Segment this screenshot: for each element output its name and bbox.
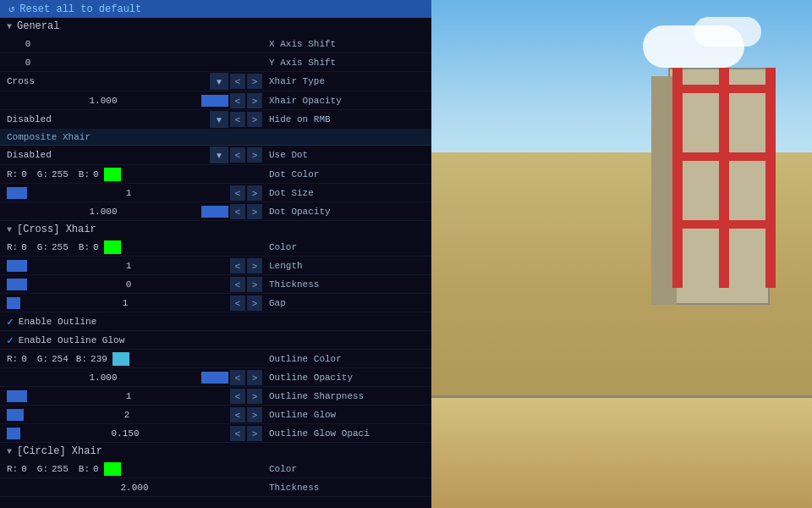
- dot-size-row: 1 < > Dot Size: [0, 184, 431, 202]
- outline-sharpness-label: Outline Sharpness: [262, 391, 431, 401]
- cross-xhair-header[interactable]: ▼ [Cross] Xhair: [0, 221, 431, 238]
- xhair-opacity-dec[interactable]: <: [230, 93, 245, 108]
- cross-g-val: 255: [52, 242, 69, 252]
- dot-g-label: G:: [37, 169, 48, 179]
- outline-sharpness-inc[interactable]: >: [247, 389, 262, 404]
- dot-color-label: Dot Color: [262, 169, 431, 179]
- dot-color-swatch[interactable]: [104, 168, 121, 181]
- dot-opacity-label: Dot Opacity: [262, 207, 431, 217]
- length-value: 1: [29, 261, 228, 271]
- circle-xhair-header[interactable]: ▼ [Circle] Xhair: [0, 443, 431, 460]
- dot-r-val: 0: [21, 169, 27, 179]
- thickness-dec[interactable]: <: [230, 277, 245, 292]
- outline-glow-opaci-inc[interactable]: >: [247, 426, 262, 441]
- outline-opacity-left: 1.000 < >: [0, 370, 262, 385]
- circle-color-swatch[interactable]: [104, 462, 121, 476]
- outline-glow-inc[interactable]: >: [247, 407, 262, 422]
- cross-color-left: R: 0 G: 255 B: 0: [0, 240, 262, 254]
- y-axis-shift-label: Y Axis Shift: [262, 58, 431, 68]
- outline-glow-bar: [7, 409, 24, 421]
- cross-color-swatch[interactable]: [104, 240, 121, 254]
- reset-label: Reset all to default: [19, 3, 141, 15]
- cross-color-label: Color: [262, 242, 431, 252]
- hide-on-rmb-inc[interactable]: >: [247, 112, 262, 127]
- outline-color-label: Outline Color: [262, 354, 431, 364]
- pillar2: [719, 68, 729, 288]
- xhair-type-dec[interactable]: <: [230, 74, 245, 89]
- cross-color-row: R: 0 G: 255 B: 0 Color: [0, 238, 431, 257]
- length-dec[interactable]: <: [230, 258, 245, 273]
- oc-g-label: G:: [37, 354, 48, 364]
- xhair-opacity-row: 1.000 < > Xhair Opacity: [0, 91, 431, 110]
- outline-sharpness-dec[interactable]: <: [230, 389, 245, 404]
- pillar1: [672, 68, 683, 288]
- thickness-inc[interactable]: >: [247, 277, 262, 292]
- use-dot-dec[interactable]: <: [230, 147, 245, 163]
- xhair-opacity-bar: [201, 95, 228, 107]
- hide-on-rmb-dropdown[interactable]: ▼: [210, 111, 228, 128]
- xhair-type-dropdown[interactable]: ▼: [210, 73, 228, 90]
- circle-xhair-label: [Circle] Xhair: [17, 445, 102, 457]
- gap-bar: [7, 297, 20, 309]
- xhair-type-label: Xhair Type: [262, 76, 431, 86]
- xhair-type-inc[interactable]: >: [247, 74, 262, 89]
- use-dot-label: Use Dot: [262, 150, 431, 160]
- gap-inc[interactable]: >: [247, 295, 262, 311]
- outline-glow-opaci-row: 0.150 < > Outline Glow Opaci: [0, 424, 431, 443]
- dot-opacity-bar: [201, 206, 228, 218]
- oc-g-val: 254: [52, 354, 69, 364]
- dot-opacity-row: 1.000 < > Dot Opacity: [0, 202, 431, 221]
- enable-outline-glow-row[interactable]: ✓ Enable Outline Glow: [0, 331, 431, 350]
- enable-outline-row[interactable]: ✓ Enable Outline: [0, 312, 431, 331]
- use-dot-dropdown[interactable]: ▼: [210, 146, 228, 163]
- use-dot-value: Disabled: [7, 150, 208, 160]
- circle-thickness-label: Thickness: [262, 483, 431, 493]
- dot-opacity-dec[interactable]: <: [230, 204, 245, 219]
- outline-glow-opaci-label: Outline Glow Opaci: [262, 428, 431, 439]
- outline-color-rgb: R: 0 G: 254 B: 239: [7, 354, 107, 364]
- cc-b-val: 0: [93, 464, 99, 474]
- y-axis-shift-row: 0 Y Axis Shift: [0, 53, 431, 72]
- circle-collapse-arrow: ▼: [7, 447, 12, 456]
- cc-r-label: R:: [7, 464, 18, 474]
- hide-on-rmb-left: Disabled ▼ < >: [0, 111, 262, 128]
- circle-color-row: R: 0 G: 255 B: 0 Color: [0, 460, 431, 478]
- outline-opacity-dec[interactable]: <: [230, 370, 245, 385]
- cross-r-label: R:: [7, 242, 18, 252]
- general-section-header[interactable]: ▼ General: [0, 18, 431, 35]
- gap-dec[interactable]: <: [230, 295, 245, 311]
- circle-thickness-row: 2.000 Thickness: [0, 478, 431, 497]
- outline-color-swatch[interactable]: [112, 352, 129, 366]
- length-inc[interactable]: >: [247, 258, 262, 273]
- outline-glow-opaci-dec[interactable]: <: [230, 426, 245, 441]
- outline-opacity-inc[interactable]: >: [247, 370, 262, 385]
- composite-xhair-header[interactable]: Composite Xhair: [0, 130, 431, 146]
- thickness-value: 0: [29, 279, 228, 290]
- dot-opacity-inc[interactable]: >: [247, 204, 262, 219]
- reset-bar[interactable]: ↺ Reset all to default: [0, 0, 431, 18]
- xhair-opacity-value: 1.000: [7, 96, 200, 106]
- cc-r-val: 0: [21, 464, 27, 474]
- circle-color-rgb: R: 0 G: 255 B: 0: [7, 464, 99, 474]
- dot-b-label: B:: [79, 169, 90, 179]
- thickness-left: 0 < >: [0, 277, 262, 292]
- use-dot-inc[interactable]: >: [247, 147, 262, 163]
- xhair-opacity-inc[interactable]: >: [247, 93, 262, 108]
- hide-on-rmb-dec[interactable]: <: [230, 112, 245, 127]
- use-dot-left: Disabled ▼ < >: [0, 146, 262, 163]
- general-label: General: [17, 20, 59, 32]
- oc-r-val: 0: [21, 354, 27, 364]
- circle-thickness-value: 2.000: [7, 483, 262, 493]
- dot-size-label: Dot Size: [262, 188, 431, 198]
- dot-size-dec[interactable]: <: [230, 185, 245, 201]
- thickness-bar: [7, 279, 27, 290]
- outline-glow-dec[interactable]: <: [230, 407, 245, 422]
- outline-sharpness-left: 1 < >: [0, 389, 262, 404]
- x-axis-shift-label: X Axis Shift: [262, 39, 431, 49]
- x-axis-shift-row: 0 X Axis Shift: [0, 35, 431, 53]
- length-label: Length: [262, 261, 431, 271]
- dot-size-left: 1 < >: [0, 185, 262, 201]
- dot-size-inc[interactable]: >: [247, 185, 262, 201]
- xhair-opacity-left: 1.000 < >: [0, 93, 262, 108]
- cross-collapse-arrow: ▼: [7, 225, 12, 235]
